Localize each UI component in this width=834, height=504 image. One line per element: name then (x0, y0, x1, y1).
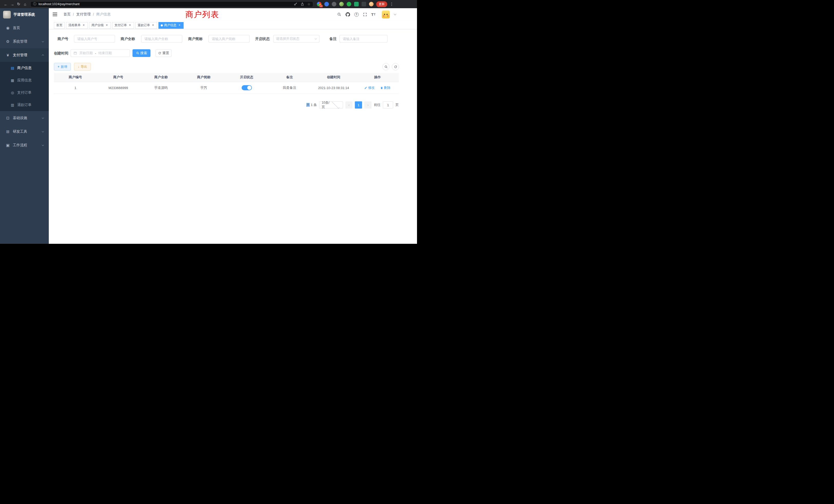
chevron-down-icon (42, 130, 44, 132)
page-size-select[interactable]: 10条/页 (319, 101, 343, 109)
sidebar-item-payment[interactable]: ¥ 支付管理 (0, 48, 49, 62)
reset-button-label: 重置 (162, 51, 169, 55)
extension-icon-avatar[interactable] (339, 2, 344, 6)
cell-merchant-no: M233666999 (97, 82, 140, 94)
share-icon[interactable] (301, 2, 304, 6)
full-name-input[interactable] (141, 35, 182, 43)
add-button[interactable]: + 新增 (54, 63, 71, 71)
sidebar-item-label: 支付订单 (17, 90, 31, 95)
breadcrumb-item[interactable]: 首页 (63, 12, 71, 17)
delete-link[interactable]: 删除 (380, 86, 391, 90)
extensions-puzzle-icon[interactable]: 10 (317, 2, 322, 6)
export-button[interactable]: ↓ 导出 (74, 63, 91, 71)
edit-link[interactable]: 修改 (364, 86, 375, 90)
logo[interactable]: 芋道管理系统 (0, 8, 49, 21)
profile-avatar-icon[interactable] (369, 2, 374, 6)
tab-pay-order[interactable]: 支付订单× (112, 22, 134, 29)
reset-button[interactable]: 重置 (156, 49, 172, 57)
remark-input[interactable] (339, 35, 388, 43)
tab-user-group[interactable]: 用户分组× (89, 22, 111, 29)
sidebar-item-devtools[interactable]: ⊞ 研发工具 (0, 125, 49, 138)
bookmark-star-icon[interactable]: ☆ (307, 2, 310, 6)
sidebar-item-merchant-info[interactable]: ▤ 商户信息 (0, 62, 49, 74)
close-icon[interactable]: × (105, 24, 109, 27)
download-icon: ↓ (78, 65, 79, 69)
back-button[interactable]: ← (3, 1, 9, 7)
sidebar-item-app-info[interactable]: ▦ 应用信息 (0, 74, 49, 87)
home-button[interactable]: ⌂ (22, 1, 28, 7)
tab-home[interactable]: 首页 (54, 22, 65, 29)
search-icon[interactable] (337, 12, 341, 17)
tab-merchant-info[interactable]: 商户信息× (158, 22, 183, 29)
search-icon (385, 65, 388, 69)
next-page-button[interactable]: › (364, 101, 372, 109)
font-size-icon[interactable]: TT (371, 12, 375, 17)
cell-actions: 修改 删除 (356, 82, 399, 94)
toggle-search-button[interactable] (382, 63, 390, 70)
page-content: 商户号 商户全称 商户简称 开启状态 请选择开启状态 备注 创 (49, 29, 417, 244)
hamburger-icon[interactable] (53, 12, 57, 17)
sidebar-item-pay-order[interactable]: ◎ 支付订单 (0, 87, 49, 99)
refund-order-icon: ▥ (10, 103, 15, 107)
chevron-down-icon[interactable] (394, 13, 396, 16)
address-bar[interactable]: ⓘ localhost:1024/pay/merchant ☆ (30, 1, 313, 7)
status-select[interactable]: 请选择开启状态 (273, 35, 320, 43)
search-button[interactable]: 搜索 (132, 49, 151, 57)
cell-remark: 我是备注 (268, 82, 311, 94)
status-toggle[interactable] (242, 85, 252, 90)
extension-icon-gray[interactable] (332, 2, 336, 6)
sidebar-item-home[interactable]: ◉ 首页 (0, 21, 49, 35)
full-name-label: 商户全称 (121, 35, 135, 43)
sidebar-item-infra[interactable]: ⊡ 基础设施 (0, 111, 49, 125)
chevron-down-icon (42, 40, 44, 42)
site-info-icon[interactable]: ⓘ (33, 2, 37, 6)
close-icon[interactable]: × (178, 24, 181, 27)
logo-avatar (3, 11, 11, 19)
date-end-placeholder: 结束日期 (98, 51, 112, 55)
close-icon[interactable]: × (128, 24, 132, 27)
search-button-label: 搜索 (140, 51, 147, 55)
sidebar-item-refund-order[interactable]: ▥ 退款订单 (0, 99, 49, 111)
password-key-icon[interactable] (294, 2, 297, 6)
tab-refund-order[interactable]: 退款订单× (135, 22, 157, 29)
fullscreen-icon[interactable] (363, 13, 367, 17)
sidebar-item-workflow[interactable]: ▣ 工作流程 (0, 138, 49, 152)
trash-icon (380, 87, 383, 89)
col-short-name: 商户简称 (182, 73, 225, 82)
chrome-update-button[interactable]: 更新 (376, 1, 387, 7)
delete-label: 删除 (384, 86, 391, 90)
close-icon[interactable]: × (151, 24, 155, 27)
tab-process-form[interactable]: 流程表单× (66, 22, 88, 29)
active-dot (161, 24, 163, 26)
breadcrumb-item[interactable]: 支付管理 (76, 12, 91, 17)
user-avatar[interactable] (382, 10, 390, 19)
extension-icon-dark[interactable] (361, 2, 366, 6)
prev-page-button[interactable]: ‹ (345, 101, 353, 109)
chrome-menu-icon[interactable]: ⋮ (390, 2, 394, 6)
sidebar-item-label: 应用信息 (17, 78, 31, 83)
extensions-area: 10 (317, 2, 374, 6)
gear-icon: ⚙ (6, 39, 10, 44)
export-button-label: 导出 (81, 65, 87, 69)
merchant-no-input[interactable] (74, 35, 115, 43)
sidebar-menu: ◉ 首页 ⚙ 系统管理 ¥ 支付管理 ▤ 商户信息 (0, 21, 49, 152)
close-icon[interactable]: × (82, 24, 86, 27)
cell-short-name: 芋艿 (182, 82, 225, 94)
reload-button[interactable]: ↻ (16, 1, 22, 7)
refresh-table-button[interactable] (392, 63, 399, 70)
create-time-range[interactable]: 开始日期 - 结束日期 (71, 49, 130, 57)
yen-icon: ¥ (6, 53, 10, 57)
infra-icon: ⊡ (6, 116, 10, 120)
goto-page-input[interactable] (383, 101, 393, 109)
sidebar-item-system[interactable]: ⚙ 系统管理 (0, 35, 49, 48)
extension-icon-green-square[interactable] (354, 2, 359, 6)
pay-order-icon: ◎ (10, 91, 15, 95)
extension-icon-green-circle[interactable] (347, 2, 351, 6)
page-1-button[interactable]: 1 (355, 101, 362, 109)
help-icon[interactable]: ? (354, 12, 359, 17)
forward-button[interactable]: → (9, 1, 16, 7)
extension-icon-blue[interactable] (324, 2, 329, 6)
chevron-up-icon (42, 54, 44, 56)
github-icon[interactable] (346, 12, 350, 17)
short-name-input[interactable] (208, 35, 249, 43)
